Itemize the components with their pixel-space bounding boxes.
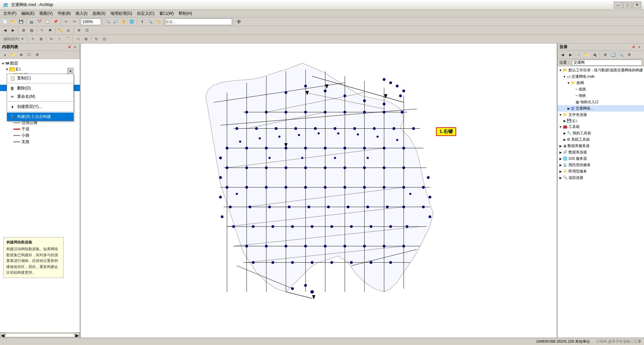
catalog-disconnect-folder[interactable]: 🔌	[591, 51, 598, 59]
cut-button[interactable]: ✂️	[36, 18, 43, 25]
menu-edit[interactable]: 编辑(E)	[19, 10, 37, 17]
ctx-create-layer[interactable]: ♦ 创建图层(Y)...	[7, 102, 73, 111]
menu-bookmarks[interactable]: 书签(B)	[55, 10, 73, 17]
cat-gis-server[interactable]: ▶ 🌐 GIS 服务器	[557, 155, 644, 162]
pan-button[interactable]: ✋	[120, 18, 127, 25]
straight-segment[interactable]: /	[56, 36, 63, 43]
zoom-prev-button[interactable]: ◀	[1, 27, 9, 34]
arc-segment[interactable]: ⌒	[64, 36, 71, 43]
minimize-button[interactable]: —	[614, 2, 623, 8]
cat-traffic-nd[interactable]: ▶ 🕸 交通网络...	[557, 105, 644, 112]
search-input[interactable]	[165, 18, 232, 25]
draw-button[interactable]: ✏️	[57, 27, 64, 34]
toc-layers-root[interactable]: ▼ 🗺 图层	[0, 60, 80, 67]
scale-button[interactable]: ⊡	[101, 36, 108, 43]
new-button[interactable]: 📄	[1, 18, 9, 25]
split-button[interactable]: ⊣	[74, 36, 82, 43]
toc-scroll-left[interactable]: ◀	[0, 333, 5, 338]
context-menu-close[interactable]: ✕	[67, 68, 73, 74]
cat-my-services[interactable]: ▶ 📡 我托管的服务	[557, 162, 644, 168]
toc-close-button[interactable]: ✕	[72, 45, 78, 50]
menu-window[interactable]: 窗口(W)	[157, 10, 176, 17]
location-input[interactable]: 交通网	[572, 60, 642, 66]
cat-sep1	[600, 52, 600, 58]
toc-hscrollbar[interactable]: ◀ ▶	[0, 332, 80, 338]
cat-road-layer[interactable]: ━ 道路	[557, 86, 644, 92]
cat-toolbox[interactable]: ▼ 🧰 工具箱	[557, 124, 644, 130]
identify-button[interactable]: ℹ	[139, 18, 146, 25]
ctx-delete[interactable]: 🗑 删除(D)	[7, 84, 73, 92]
zoom-out-button[interactable]: 🔎	[112, 18, 119, 25]
catalog-connect-folder[interactable]: 📁	[583, 51, 590, 59]
zoom-in-button[interactable]: 🔍	[104, 18, 111, 25]
snap-button[interactable]: ⊡	[83, 27, 91, 34]
merge-button[interactable]: ⊞	[82, 36, 90, 43]
add-data-button[interactable]: ➕	[235, 18, 243, 25]
cat-my-toolbox[interactable]: ▶ 🔧 我的工具箱	[557, 130, 644, 136]
ctx-copy[interactable]: 📋 复制(C)	[7, 74, 73, 82]
menu-customize[interactable]: 自定义(C)	[135, 10, 157, 17]
ctx-rename[interactable]: ✏ 重命名(M)	[7, 92, 73, 101]
cat-drive-e[interactable]: ▶ 💾 E:\	[557, 118, 644, 124]
toc-list-by-visibility[interactable]: 👁	[17, 51, 25, 59]
save-button[interactable]: 💾	[17, 18, 25, 25]
print-button[interactable]: 🖨️	[28, 18, 35, 25]
clear-sel-button[interactable]: ✖	[46, 27, 54, 34]
zoom-layer-button[interactable]: ▤	[28, 27, 35, 34]
find-button[interactable]: 🔍	[147, 18, 154, 25]
catalog-up-button[interactable]: ↑	[575, 51, 582, 59]
rotate-button[interactable]: ↻	[93, 36, 100, 43]
undo-button[interactable]: ↩	[62, 18, 70, 25]
cat-ready-services[interactable]: ▶ ⚡ 即用型服务	[557, 168, 644, 175]
menu-insert[interactable]: 插入(I)	[73, 10, 89, 17]
catalog-close-button[interactable]: ✕	[637, 45, 642, 50]
cat-metro-entrance[interactable]: ⬤ 地铁出入口	[557, 99, 644, 105]
menu-file[interactable]: 文件(F)	[1, 10, 18, 17]
cat-db-server[interactable]: ▶ 🖥 数据库服务器	[557, 143, 644, 149]
catalog-forward-button[interactable]: ▶	[567, 51, 574, 59]
paste-button[interactable]: 📌	[52, 18, 59, 25]
catalog-refresh[interactable]: 🔄	[609, 51, 617, 59]
map-area[interactable]: 1.右键	[80, 44, 557, 338]
catalog-pin-button[interactable]: 📌	[631, 45, 636, 50]
cat-default-dir[interactable]: ▼ 📂 默认工作目录 - 练习数据\道路交通网络的构建	[557, 67, 644, 73]
edit-vertices-button[interactable]: ⊞	[37, 36, 45, 43]
open-button[interactable]: 📂	[9, 18, 17, 25]
full-extent-button[interactable]: 🌐	[128, 18, 136, 25]
toc-list-by-source[interactable]: 📁	[9, 51, 17, 59]
catalog-search[interactable]: 🔍	[618, 51, 625, 59]
ctx-build[interactable]: 🔨 构建(B) 2.点击构建	[7, 113, 73, 121]
copy-button[interactable]: 📋	[44, 18, 51, 25]
zoom-next-button[interactable]: ▶	[9, 27, 17, 34]
cat-traffic-mdb[interactable]: ▼ 🗃 交通网络.mdb	[557, 73, 644, 80]
toc-scroll-right[interactable]: ▶	[74, 333, 80, 338]
maximize-button[interactable]: □	[623, 2, 632, 8]
close-button[interactable]: ✕	[633, 2, 641, 8]
toc-pin-button[interactable]: 📌	[66, 45, 72, 50]
cat-folder-connections[interactable]: ▼ 📁 文件夹连接	[557, 112, 644, 118]
menu-help[interactable]: 帮助(H)	[176, 10, 194, 17]
label-button[interactable]: A	[65, 27, 72, 34]
toc-options-button[interactable]: ⚙	[34, 51, 41, 59]
catalog-grid-view[interactable]: ⊞	[601, 51, 609, 59]
toc-list-by-drawing-order[interactable]: ≡	[1, 51, 9, 59]
cat-road-network[interactable]: ▼ 📁 路网	[557, 80, 644, 86]
menu-geoprocessing[interactable]: 地理处理(G)	[108, 10, 134, 17]
select-tool[interactable]: ↖	[38, 27, 46, 34]
cat-track-connection[interactable]: ▶ 🔍 追踪连接	[557, 175, 644, 181]
redo-button[interactable]: ↪	[70, 18, 78, 25]
menu-view[interactable]: 视图(V)	[37, 10, 55, 17]
zoom-full-button[interactable]: ⊞	[20, 27, 27, 34]
georef-button[interactable]: ⊕	[75, 27, 83, 34]
sketch-tool[interactable]: ✏	[48, 36, 55, 43]
menu-select[interactable]: 选择(S)	[90, 10, 108, 17]
cat-sys-toolbox[interactable]: ▶ ⚙ 系统工具箱	[557, 136, 644, 143]
measure-button[interactable]: 📏	[155, 18, 162, 25]
catalog-options[interactable]: ⚙	[626, 51, 633, 59]
cat-db-connection[interactable]: ▶ 🔗 数据库连接	[557, 149, 644, 155]
toc-list-by-selection[interactable]: ☐	[25, 51, 33, 59]
catalog-back-button[interactable]: ◀	[559, 51, 566, 59]
zoom-input[interactable]	[81, 18, 101, 25]
cat-metro-layer[interactable]: ━ 地铁	[557, 92, 644, 99]
edit-tool[interactable]: ↖	[29, 36, 37, 43]
